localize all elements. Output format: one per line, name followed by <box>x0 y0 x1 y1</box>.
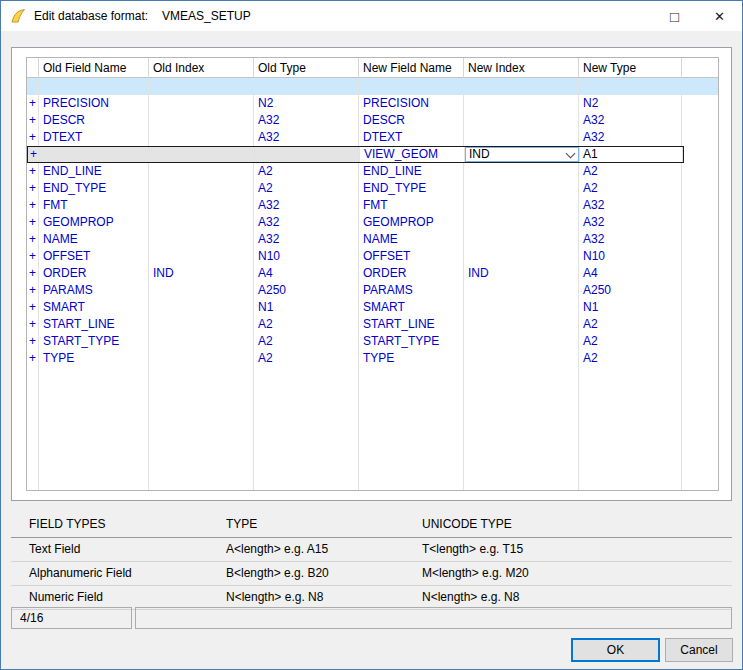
grid-row[interactable]: +FMTA32FMTA32 <box>27 197 718 214</box>
row-expander[interactable]: + <box>27 333 39 350</box>
grid-cell: A32 <box>254 197 359 214</box>
grid-cell <box>39 78 149 95</box>
grid-cell: SMART <box>39 299 149 316</box>
grid-cell <box>464 248 579 265</box>
grid-empty-row <box>27 469 718 486</box>
row-expander[interactable]: + <box>27 163 39 180</box>
maximize-button[interactable]: □ <box>652 1 697 31</box>
grid-cell <box>464 78 579 95</box>
empty-cell <box>149 469 254 486</box>
row-expander[interactable]: + <box>27 282 39 299</box>
header-cell-expander <box>27 58 39 78</box>
grid-cell: A32 <box>579 197 682 214</box>
grid-cell-filler <box>682 248 718 265</box>
grid-cell: A2 <box>579 316 682 333</box>
empty-cell <box>149 401 254 418</box>
grid-cell: N1 <box>254 299 359 316</box>
row-expander[interactable]: + <box>27 316 39 333</box>
legend-cell: Alphanumeric Field <box>11 562 226 585</box>
row-expander <box>27 78 39 95</box>
grid-cell <box>149 197 254 214</box>
grid-empty-row <box>27 486 718 491</box>
legend-header-cell: TYPE <box>226 512 422 537</box>
grid-cell: OFFSET <box>359 248 464 265</box>
grid-row-selected[interactable] <box>27 78 718 95</box>
empty-cell <box>464 469 579 486</box>
grid-cell <box>149 78 254 95</box>
grid-cell: END_TYPE <box>39 180 149 197</box>
empty-cell <box>359 367 464 384</box>
cancel-button[interactable]: Cancel <box>665 638 733 662</box>
grid-row[interactable]: +END_TYPEA2END_TYPEA2 <box>27 180 718 197</box>
grid-cell: A32 <box>254 129 359 146</box>
grid-row[interactable]: +ORDERINDA4ORDERINDA4 <box>27 265 718 282</box>
empty-cell <box>464 435 579 452</box>
legend-row: Alphanumeric FieldB<length> e.g. B20M<le… <box>11 562 732 586</box>
legend-row: Text FieldA<length> e.g. A15T<length> e.… <box>11 538 732 562</box>
close-button[interactable]: ✕ <box>697 1 742 31</box>
grid-cell <box>579 78 682 95</box>
window-title-value: VMEAS_SETUP <box>162 9 251 23</box>
row-expander[interactable]: + <box>27 231 39 248</box>
grid-row[interactable]: +GEOMPROPA32GEOMPROPA32 <box>27 214 718 231</box>
empty-cell <box>149 452 254 469</box>
grid-cell <box>464 333 579 350</box>
grid-cell <box>255 147 360 162</box>
row-expander[interactable]: + <box>27 299 39 316</box>
empty-cell <box>359 486 464 491</box>
row-expander[interactable]: + <box>27 350 39 367</box>
legend-header-row: FIELD TYPESTYPEUNICODE TYPE <box>11 512 732 538</box>
row-expander[interactable]: + <box>27 248 39 265</box>
grid-row[interactable]: +TYPEA2TYPEA2 <box>27 350 718 367</box>
grid-row[interactable]: +SMARTN1SMARTN1 <box>27 299 718 316</box>
grid-row[interactable]: +PRECISIONN2PRECISIONN2 <box>27 95 718 112</box>
window-controls: □ ✕ <box>652 1 742 31</box>
grid-row-editing[interactable]: +VIEW_GEOMINDA1 <box>27 146 718 163</box>
grid-cell <box>464 197 579 214</box>
grid-cell <box>149 248 254 265</box>
grid-row[interactable]: +DTEXTA32DTEXTA32 <box>27 129 718 146</box>
grid-panel: Old Field NameOld IndexOld TypeNew Field… <box>11 47 732 501</box>
empty-cell <box>682 469 718 486</box>
empty-cell <box>39 384 149 401</box>
row-expander[interactable]: + <box>27 214 39 231</box>
legend-cell: Numeric Field <box>11 586 226 609</box>
grid-empty-row <box>27 384 718 401</box>
grid-cell <box>254 78 359 95</box>
legend-header-cell: UNICODE TYPE <box>422 512 732 537</box>
grid-cell: SMART <box>359 299 464 316</box>
empty-cell <box>359 418 464 435</box>
field-types-legend: FIELD TYPESTYPEUNICODE TYPE Text FieldA<… <box>11 512 732 610</box>
grid-cell: A4 <box>579 265 682 282</box>
grid-row[interactable]: +END_LINEA2END_LINEA2 <box>27 163 718 180</box>
grid-row[interactable]: +DESCRA32DESCRA32 <box>27 112 718 129</box>
grid-row[interactable]: +PARAMSA250PARAMSA250 <box>27 282 718 299</box>
ok-button[interactable]: OK <box>571 638 660 662</box>
row-expander[interactable]: + <box>27 95 39 112</box>
grid-cell: A2 <box>254 180 359 197</box>
grid-cell: N2 <box>579 95 682 112</box>
app-icon <box>10 8 26 24</box>
grid-cell: PRECISION <box>39 95 149 112</box>
empty-cell <box>579 401 682 418</box>
row-expander[interactable]: + <box>27 197 39 214</box>
empty-cell <box>27 367 39 384</box>
empty-cell <box>39 367 149 384</box>
grid-cell: A4 <box>254 265 359 282</box>
row-expander[interactable]: + <box>28 147 40 162</box>
new-index-combobox[interactable]: IND <box>465 147 579 162</box>
grid-cell-filler <box>682 350 718 367</box>
grid-row[interactable]: +NAMEA32NAMEA32 <box>27 231 718 248</box>
grid-row[interactable]: +OFFSETN10OFFSETN10 <box>27 248 718 265</box>
grid-row[interactable]: +START_TYPEA2START_TYPEA2 <box>27 333 718 350</box>
grid-row[interactable]: +START_LINEA2START_LINEA2 <box>27 316 718 333</box>
title-bar: Edit database format: VMEAS_SETUP □ ✕ <box>1 1 742 31</box>
new-type-input[interactable]: A1 <box>580 147 682 162</box>
new-type-cell: A1 <box>580 147 683 162</box>
row-expander[interactable]: + <box>27 112 39 129</box>
row-expander[interactable]: + <box>27 129 39 146</box>
header-cell: Old Type <box>254 58 359 78</box>
row-expander[interactable]: + <box>27 180 39 197</box>
empty-cell <box>254 401 359 418</box>
row-expander[interactable]: + <box>27 265 39 282</box>
